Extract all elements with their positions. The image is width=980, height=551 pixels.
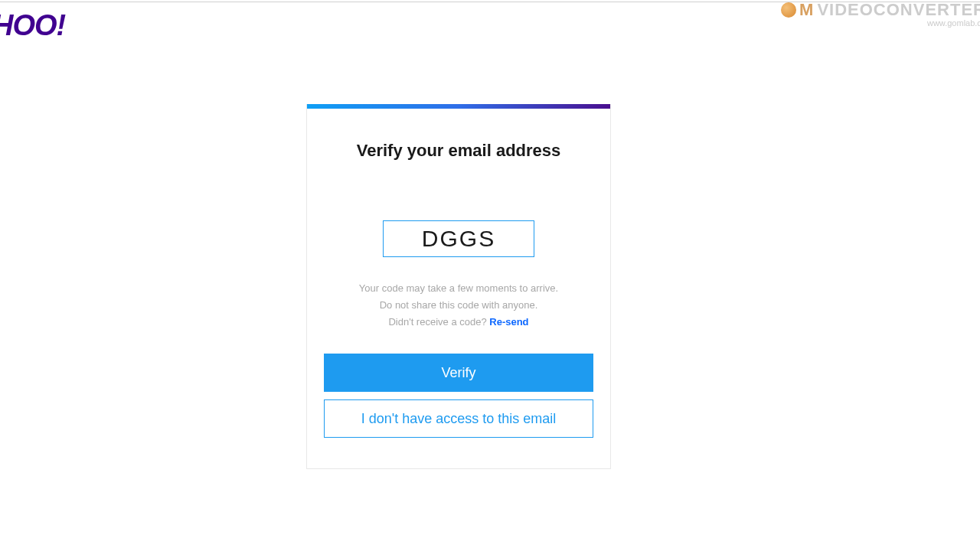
card-title: Verify your email address xyxy=(324,141,593,161)
watermark-text: VIDEOCONVERTER xyxy=(817,0,980,20)
watermark-prefix: M xyxy=(799,0,814,20)
verification-code-input[interactable] xyxy=(383,220,534,257)
help-text: Your code may take a few moments to arri… xyxy=(324,280,593,331)
no-access-button[interactable]: I don't have access to this email xyxy=(324,399,593,438)
resend-link[interactable]: Re-send xyxy=(489,316,528,328)
watermark: M VIDEOCONVERTER www.gomlab.co xyxy=(781,0,980,28)
verify-card: Verify your email address Your code may … xyxy=(306,104,611,469)
help-line-2: Do not share this code with anyone. xyxy=(324,297,593,314)
resend-prompt: Didn't receive a code? xyxy=(388,316,489,328)
help-line-1: Your code may take a few moments to arri… xyxy=(324,280,593,297)
help-line-3: Didn't receive a code? Re-send xyxy=(324,314,593,331)
card-body: Verify your email address Your code may … xyxy=(307,109,610,468)
globe-icon xyxy=(781,2,796,18)
verify-button[interactable]: Verify xyxy=(324,354,593,392)
watermark-main: M VIDEOCONVERTER xyxy=(781,0,980,20)
yahoo-logo: HOO! xyxy=(0,9,65,42)
